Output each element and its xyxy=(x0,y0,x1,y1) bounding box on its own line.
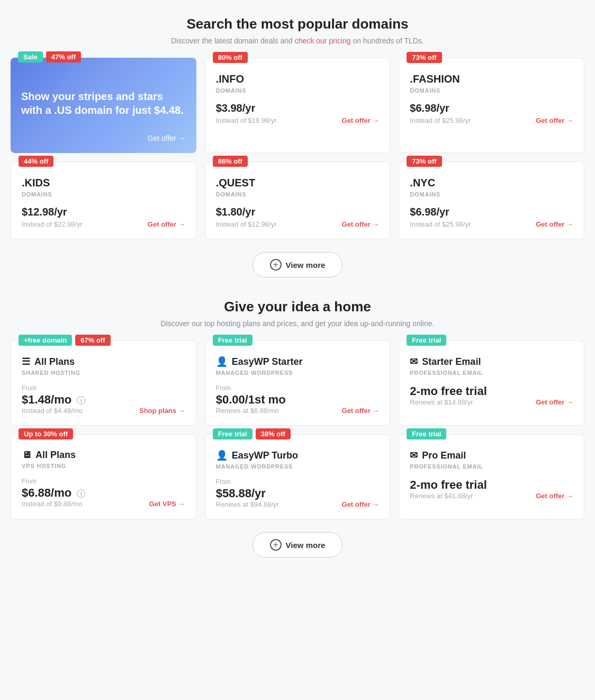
hosting-card-vps: Up to 30% off 🖥 All Plans VPS HOSTING Fr… xyxy=(11,434,196,519)
subtitle-end: on hundreds of TLDs. xyxy=(353,37,423,45)
starter-email-offer[interactable]: Get offer → xyxy=(536,398,573,406)
kids-domain-name: .KIDS xyxy=(22,177,185,189)
quest-badges: 86% off xyxy=(213,156,248,167)
pricing-link[interactable]: check our pricing xyxy=(295,37,351,45)
easywp-turbo-badge-free: Free trial xyxy=(213,428,253,439)
featured-offer-link[interactable]: Get offer → xyxy=(21,134,186,142)
quest-price-row: Instead of $12.98/yr Get offer → xyxy=(216,220,380,228)
easywp-turbo-category: MANAGED WORDPRESS xyxy=(216,463,380,470)
info-category: DOMAINS xyxy=(216,87,380,94)
hosting-view-more-button[interactable]: + View more xyxy=(253,532,343,558)
domains-grid: Sale 47% off Show your stripes and stars… xyxy=(11,58,584,239)
easywp-turbo-offer[interactable]: Get offer → xyxy=(342,500,380,508)
quest-category: DOMAINS xyxy=(216,191,380,198)
easywp-turbo-from: From xyxy=(216,478,380,486)
starter-email-badge: Free trial xyxy=(407,335,446,346)
shared-badge-free-domain: +free domain xyxy=(19,335,72,346)
starter-email-icon: ✉ xyxy=(410,356,418,367)
shared-from-label: From xyxy=(22,384,185,392)
domain-card-info: 80% off .INFO DOMAINS $3.98/yr Instead o… xyxy=(205,58,391,153)
easywp-starter-label: EasyWP Starter xyxy=(232,356,303,367)
info-badge: 80% off xyxy=(213,52,248,63)
shared-plan-name: ☰ All Plans xyxy=(22,356,185,367)
easywp-starter-badge: Free trial xyxy=(213,335,253,346)
domains-subtitle: Discover the latest domain deals and che… xyxy=(11,37,584,45)
vps-info-icon: i xyxy=(77,489,85,498)
fashion-domain-name: .FASHION xyxy=(410,73,573,85)
hosting-grid: +free domain 67% off ☰ All Plans SHARED … xyxy=(11,340,584,519)
fashion-category: DOMAINS xyxy=(410,87,573,94)
vps-badge: Up to 30% off xyxy=(19,428,73,439)
pro-email-plan-name: ✉ Pro Email xyxy=(410,450,573,461)
hosting-card-shared: +free domain 67% off ☰ All Plans SHARED … xyxy=(11,340,196,426)
hosting-card-easywp-starter: Free trial 👤 EasyWP Starter MANAGED WORD… xyxy=(205,340,391,426)
info-offer[interactable]: Get offer → xyxy=(342,116,380,124)
easywp-turbo-icon: 👤 xyxy=(216,450,228,461)
nyc-instead: Instead of $25.98/yr xyxy=(410,220,471,228)
info-badges: 80% off xyxy=(213,52,248,63)
pro-email-category: PROFESSIONAL EMAIL xyxy=(410,463,573,470)
easywp-turbo-price: $58.88/yr xyxy=(216,487,380,500)
shared-price: $1.48/mo i xyxy=(22,393,185,407)
kids-badge: 44% off xyxy=(19,156,53,167)
domain-card-fashion: 73% off .FASHION DOMAINS $6.98/yr Instea… xyxy=(399,58,584,153)
starter-email-badges: Free trial xyxy=(407,335,446,346)
vps-plan-label: All Plans xyxy=(35,450,76,461)
easywp-turbo-instead: Renews at $94.88/yr xyxy=(216,500,279,508)
starter-email-price-row: Renews at $14.88/yr Get offer → xyxy=(410,398,573,406)
hosting-view-more-label: View more xyxy=(286,541,326,550)
easywp-starter-category: MANAGED WORDPRESS xyxy=(216,370,380,376)
kids-price-row: Instead of $22.98/yr Get offer → xyxy=(22,220,185,228)
pro-email-price: 2-mo free trial xyxy=(410,478,573,492)
easywp-turbo-badges: Free trial 38% off xyxy=(213,428,291,439)
quest-offer[interactable]: Get offer → xyxy=(342,220,380,228)
kids-badges: 44% off xyxy=(19,156,53,167)
vps-offer[interactable]: Get VPS → xyxy=(149,500,185,508)
fashion-instead: Instead of $25.98/yr xyxy=(410,116,471,124)
pro-email-label: Pro Email xyxy=(422,450,466,461)
quest-price: $1.80/yr xyxy=(216,206,380,218)
shared-badges: +free domain 67% off xyxy=(19,335,111,346)
fashion-badge: 73% off xyxy=(407,52,441,63)
nyc-domain-name: .NYC xyxy=(410,177,573,189)
shared-offer[interactable]: Shop plans → xyxy=(139,407,185,415)
fashion-offer[interactable]: Get offer → xyxy=(536,116,573,124)
nyc-badges: 73% off xyxy=(407,156,441,167)
shared-info-icon: i xyxy=(77,396,85,405)
starter-email-instead: Renews at $14.88/yr xyxy=(410,398,473,406)
kids-offer[interactable]: Get offer → xyxy=(148,220,185,228)
info-instead: Instead of $19.98/yr xyxy=(216,116,277,124)
easywp-turbo-price-row: Renews at $94.88/yr Get offer → xyxy=(216,500,380,508)
nyc-badge: 73% off xyxy=(407,156,441,167)
pro-email-offer[interactable]: Get offer → xyxy=(536,492,573,500)
vps-plan-icon: 🖥 xyxy=(22,450,31,461)
pro-email-instead: Renews at $41.88/yr xyxy=(410,492,473,500)
easywp-starter-badges: Free trial xyxy=(213,335,253,346)
pro-email-icon: ✉ xyxy=(410,450,418,461)
easywp-turbo-label: EasyWP Turbo xyxy=(232,450,298,461)
domains-view-more-label: View more xyxy=(286,261,326,270)
easywp-starter-offer[interactable]: Get offer → xyxy=(342,407,380,415)
vps-category: VPS HOSTING xyxy=(22,463,185,469)
fashion-badges: 73% off xyxy=(407,52,441,63)
vps-plan-name: 🖥 All Plans xyxy=(22,450,185,461)
kids-instead: Instead of $22.98/yr xyxy=(22,220,83,228)
domains-view-more-button[interactable]: + View more xyxy=(253,252,343,277)
easywp-starter-price: $0.00/1st mo xyxy=(216,393,380,407)
quest-badge: 86% off xyxy=(213,156,248,167)
starter-email-price: 2-mo free trial xyxy=(410,384,573,398)
starter-email-plan-name: ✉ Starter Email xyxy=(410,356,573,367)
kids-price: $12.98/yr xyxy=(22,206,185,218)
hosting-card-pro-email: Free trial ✉ Pro Email PROFESSIONAL EMAI… xyxy=(399,434,584,519)
info-price: $3.98/yr xyxy=(216,102,380,114)
info-domain-name: .INFO xyxy=(216,73,380,85)
nyc-offer[interactable]: Get offer → xyxy=(536,220,573,228)
domain-card-quest: 86% off .QUEST DOMAINS $1.80/yr Instead … xyxy=(205,161,391,239)
fashion-price-row: Instead of $25.98/yr Get offer → xyxy=(410,116,573,124)
vps-price-row: Instead of $9.88/mo Get VPS → xyxy=(22,500,185,508)
featured-domain-card: Sale 47% off Show your stripes and stars… xyxy=(11,58,196,153)
shared-category: SHARED HOSTING xyxy=(22,370,185,376)
hosting-title: Give your idea a home xyxy=(11,299,584,315)
easywp-starter-instead: Renews at $6.88/mo xyxy=(216,407,279,415)
featured-badge-discount: 47% off xyxy=(46,51,81,62)
